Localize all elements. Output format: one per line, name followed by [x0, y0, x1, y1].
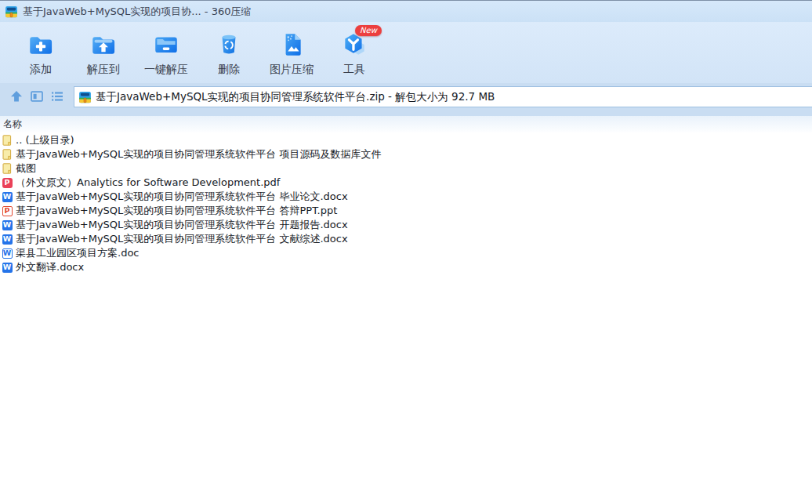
one-click-extract-icon: [152, 31, 180, 59]
new-badge: New: [355, 25, 382, 36]
360zip-window: 基于JavaWeb+MySQL实现的项目协... - 360压缩 添加 解压到: [0, 0, 812, 504]
list-item[interactable]: W 基于JavaWeb+MySQL实现的项目协同管理系统软件平台 文献综述.do…: [0, 232, 812, 246]
title-bar: 基于JavaWeb+MySQL实现的项目协... - 360压缩: [0, 1, 812, 22]
file-name: （外文原文）Analytics for Software Development…: [16, 176, 280, 190]
word-doc-file-icon: W: [2, 248, 13, 259]
address-row: 基于JavaWeb+MySQL实现的项目协同管理系统软件平台.zip - 解包大…: [0, 83, 812, 116]
add-folder-icon: [27, 31, 55, 59]
list-item[interactable]: W 外文翻译.docx: [0, 260, 812, 274]
archive-path-text: 基于JavaWeb+MySQL实现的项目协同管理系统软件平台.zip - 解包大…: [96, 90, 495, 104]
delete-label: 删除: [218, 63, 240, 77]
list-item[interactable]: P 基于JavaWeb+MySQL实现的项目协同管理系统软件平台 答辩PPT.p…: [0, 204, 812, 218]
one-click-extract-button[interactable]: 一键解压: [139, 22, 194, 77]
column-header-name[interactable]: 名称: [0, 116, 812, 132]
list-view-button[interactable]: [47, 86, 67, 107]
tools-label: 工具: [343, 63, 365, 77]
image-compress-label: 图片压缩: [270, 63, 314, 77]
view-mode-button[interactable]: [27, 86, 47, 107]
folder-icon: [2, 135, 13, 146]
word-file-icon: W: [2, 219, 13, 230]
column-header-label: 名称: [3, 118, 22, 131]
add-label: 添加: [30, 63, 52, 77]
file-name: 渠县工业园区项目方案.doc: [16, 246, 140, 260]
file-name: 基于JavaWeb+MySQL实现的项目协同管理系统软件平台 项目源码及数据库文…: [16, 147, 381, 161]
list-item[interactable]: W 渠县工业园区项目方案.doc: [0, 246, 812, 260]
tools-button[interactable]: 工具 New: [327, 22, 382, 77]
extract-to-label: 解压到: [87, 63, 120, 77]
window-title: 基于JavaWeb+MySQL实现的项目协... - 360压缩: [23, 5, 252, 19]
list-item[interactable]: P （外文原文）Analytics for Software Developme…: [0, 176, 812, 190]
one-click-extract-label: 一键解压: [144, 63, 188, 77]
file-name: 基于JavaWeb+MySQL实现的项目协同管理系统软件平台 答辩PPT.ppt: [16, 204, 337, 218]
list-item-parent-dir[interactable]: .. (上级目录): [0, 133, 812, 147]
word-file-icon: W: [2, 191, 13, 202]
file-name: .. (上级目录): [16, 133, 74, 147]
image-compress-button[interactable]: 图片压缩: [264, 22, 319, 77]
delete-button[interactable]: 删除: [201, 22, 256, 77]
ppt-file-icon: P: [2, 205, 13, 216]
up-directory-button[interactable]: [6, 86, 27, 107]
extract-to-button[interactable]: 解压到: [76, 22, 131, 77]
pdf-file-icon: P: [2, 177, 13, 188]
image-compress-icon: [277, 31, 306, 59]
up-arrow-icon: [9, 89, 24, 103]
file-name: 基于JavaWeb+MySQL实现的项目协同管理系统软件平台 文献综述.docx: [16, 232, 348, 246]
add-button[interactable]: 添加: [13, 22, 68, 77]
word-file-icon: W: [2, 262, 13, 273]
list-item[interactable]: 基于JavaWeb+MySQL实现的项目协同管理系统软件平台 项目源码及数据库文…: [0, 147, 812, 161]
toolbar: 添加 解压到 一键解压: [0, 22, 812, 83]
file-list: .. (上级目录) 基于JavaWeb+MySQL实现的项目协同管理系统软件平台…: [0, 132, 812, 504]
zip-archive-icon: [78, 91, 92, 103]
word-file-icon: W: [2, 234, 13, 245]
address-bar[interactable]: 基于JavaWeb+MySQL实现的项目协同管理系统软件平台.zip - 解包大…: [74, 86, 812, 107]
folder-icon: [2, 163, 13, 174]
file-name: 基于JavaWeb+MySQL实现的项目协同管理系统软件平台 开题报告.docx: [16, 218, 348, 232]
list-item[interactable]: W 基于JavaWeb+MySQL实现的项目协同管理系统软件平台 毕业论文.do…: [0, 190, 812, 204]
file-name: 截图: [16, 161, 36, 176]
file-name: 外文翻译.docx: [16, 260, 84, 274]
delete-trash-icon: [215, 31, 243, 59]
extract-to-icon: [89, 31, 118, 59]
zip-archive-icon: [5, 5, 18, 18]
file-name: 基于JavaWeb+MySQL实现的项目协同管理系统软件平台 毕业论文.docx: [16, 190, 348, 204]
list-view-icon: [50, 89, 64, 103]
list-item[interactable]: 截图: [0, 161, 812, 176]
view-mode-icon: [30, 89, 44, 103]
list-item[interactable]: W 基于JavaWeb+MySQL实现的项目协同管理系统软件平台 开题报告.do…: [0, 218, 812, 232]
folder-icon: [2, 149, 13, 160]
